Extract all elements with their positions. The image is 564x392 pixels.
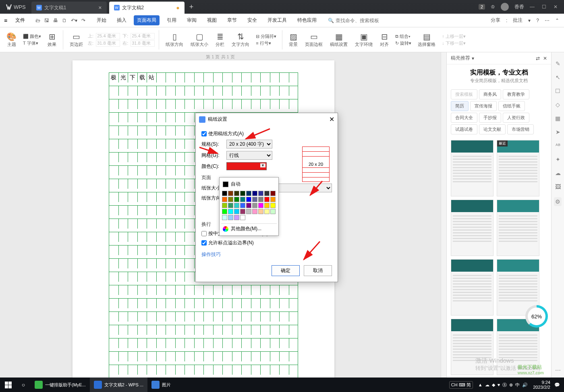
collapse-icon[interactable]: ⌃ (555, 18, 559, 23)
color-swatch[interactable] (222, 209, 227, 214)
cat-hr[interactable]: 人资行政 (503, 113, 529, 123)
template-item[interactable] (451, 140, 494, 196)
tool-star-icon[interactable]: ✦ (556, 156, 560, 163)
manuscript-button[interactable]: ▦稿纸设置 (328, 32, 350, 47)
color-swatch[interactable] (258, 209, 263, 214)
template-item[interactable] (451, 259, 494, 316)
color-swatch[interactable] (264, 191, 270, 196)
break-button[interactable]: ⊟ 分隔符▾ (256, 33, 276, 39)
notifications-icon[interactable]: 💬 (554, 382, 560, 388)
color-swatch[interactable] (228, 203, 233, 208)
panel-settings-icon[interactable]: ⇄ (536, 56, 540, 61)
color-swatch[interactable] (264, 203, 270, 208)
tool-cursor-icon[interactable]: ↖ (556, 74, 560, 80)
color-swatch[interactable] (228, 209, 233, 214)
color-swatch[interactable] (234, 191, 239, 196)
spec-select[interactable]: 20 x 20 (400 字) (226, 140, 272, 149)
menu-tab-reference[interactable]: 引用 (164, 15, 180, 25)
tab-doc1[interactable]: W 文字文稿1 × (31, 2, 107, 14)
tray-icon[interactable]: 🔊 (522, 382, 528, 387)
tray-icon[interactable]: ♥ (498, 382, 500, 387)
annotate-button[interactable]: 批注 (513, 17, 523, 24)
color-swatch[interactable] (240, 209, 245, 214)
rotate-button[interactable]: ↻ 旋转▾ (395, 40, 411, 46)
avatar[interactable] (501, 3, 509, 11)
cat-handwritten[interactable]: 手抄报 (479, 113, 501, 123)
color-swatch[interactable] (240, 191, 245, 196)
template-item[interactable] (451, 200, 494, 256)
color-swatch[interactable] (252, 197, 257, 202)
taskbar-item-3[interactable]: 图片 (147, 378, 175, 392)
menu-tab-security[interactable]: 安全 (244, 15, 260, 25)
dialog-close-icon[interactable]: ✕ (329, 116, 334, 123)
menu-tab-dev[interactable]: 开发工具 (264, 15, 290, 25)
undo-icon[interactable]: ↶▾ (71, 18, 77, 23)
color-swatch[interactable] (228, 215, 233, 220)
cancel-button[interactable]: 取消 (304, 265, 332, 276)
selectpane-button[interactable]: ▤选择窗格 (415, 32, 438, 47)
use-manuscript-checkbox[interactable] (201, 131, 207, 136)
app-logo[interactable]: WPS (2, 4, 29, 10)
menu-tab-view[interactable]: 视图 (204, 15, 220, 25)
cat-resume[interactable]: 简历 (451, 101, 469, 111)
more-colors-option[interactable]: 其他颜色(M)... (221, 223, 277, 234)
tray-icon[interactable]: 中 (515, 382, 520, 387)
color-swatch[interactable] (258, 197, 263, 202)
color-button[interactable]: ⬛ 颜色▾ (23, 33, 41, 39)
maximize-icon[interactable]: ☐ (542, 4, 546, 10)
margin-top-input[interactable] (96, 33, 120, 39)
color-swatch[interactable] (228, 197, 233, 202)
progress-widget[interactable]: 62% (525, 305, 548, 328)
cat-education[interactable]: 教育教学 (503, 89, 529, 99)
margin-left-input[interactable] (96, 40, 120, 47)
hamburger-icon[interactable]: ≡ (2, 17, 9, 24)
save-icon[interactable]: 🖫 (44, 18, 49, 23)
theme-button[interactable]: 🎨主题 (4, 32, 19, 47)
taskbar-search-icon[interactable]: ○ (16, 378, 31, 392)
crown-icon[interactable]: ♔ (491, 4, 495, 10)
color-swatch[interactable] (222, 191, 227, 196)
paper-size-button[interactable]: ▢纸张大小 (188, 32, 211, 47)
menu-tab-special[interactable]: 特色应用 (294, 15, 320, 25)
template-item[interactable] (497, 200, 539, 256)
taskbar-item-2[interactable]: 文字文稿2 - WPS ... (90, 378, 147, 392)
color-swatch[interactable] (240, 203, 245, 208)
tool-gear-icon[interactable]: ⚙ (554, 197, 562, 206)
color-picker-button[interactable] (226, 162, 267, 170)
template-search[interactable]: 搜索模板 (451, 89, 477, 99)
menu-tab-start[interactable]: 开始 (93, 15, 110, 25)
paper-orient-button[interactable]: ▯纸张方向 (163, 32, 186, 47)
color-swatch[interactable] (252, 209, 257, 214)
template-item[interactable]: 最近 (497, 140, 539, 196)
command-search[interactable]: 🔍 (328, 18, 384, 23)
color-swatch[interactable] (270, 197, 276, 202)
cat-business[interactable]: 商务风 (479, 89, 501, 99)
open-icon[interactable]: 🗁 (35, 18, 40, 23)
color-swatch[interactable] (258, 191, 263, 196)
tray-icon[interactable]: ⊕ (509, 382, 513, 387)
print-icon[interactable]: 🖶 (53, 18, 58, 23)
effect-button[interactable]: ⊞效果 (45, 32, 59, 47)
combine-button[interactable]: ⧉ 组合▾ (395, 33, 411, 39)
color-swatch[interactable] (270, 203, 276, 208)
color-swatch[interactable] (240, 215, 245, 220)
color-swatch[interactable] (252, 191, 257, 196)
taskbar-item-1[interactable]: 一键排版助手(MyE... (31, 378, 90, 392)
border-button[interactable]: ▭页面边框 (303, 32, 325, 47)
redo-icon[interactable]: ↷ (81, 18, 85, 23)
tray-icon[interactable]: ⓢ (502, 382, 507, 387)
tool-arrow-icon[interactable]: ➤ (556, 129, 560, 135)
margin-bottom-input[interactable] (131, 33, 155, 39)
color-swatch[interactable] (264, 209, 270, 214)
color-swatch[interactable] (246, 197, 251, 202)
help-icon[interactable]: ? (536, 18, 539, 23)
tool-layout-icon[interactable]: ▦ (555, 115, 560, 122)
punct-overflow-checkbox[interactable] (201, 240, 207, 246)
color-swatch[interactable] (246, 209, 251, 214)
print-preview-icon[interactable]: 🗋 (62, 18, 67, 23)
tray-icon[interactable]: ▲ (478, 382, 483, 387)
color-swatch[interactable] (228, 191, 233, 196)
minimize-icon[interactable]: — (530, 4, 535, 10)
columns-button[interactable]: ≣分栏 (213, 32, 227, 47)
color-swatch[interactable] (264, 197, 270, 202)
